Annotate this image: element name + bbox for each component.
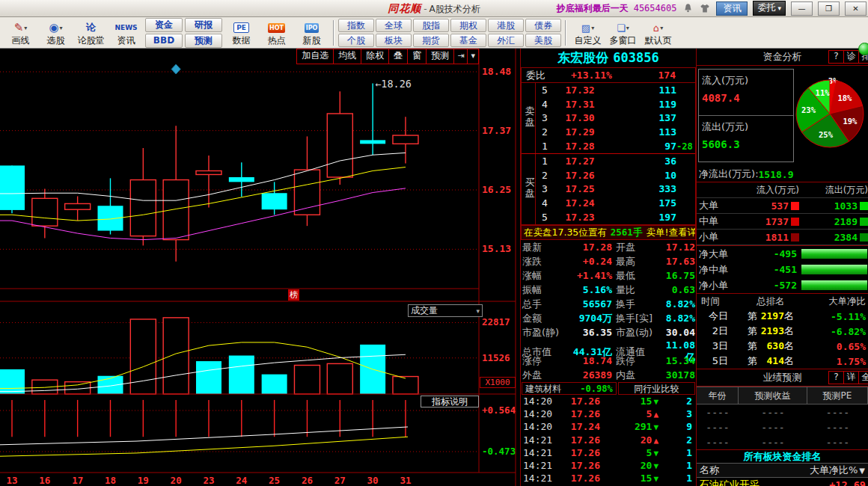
svg-text:15.13: 15.13 [482, 243, 511, 254]
net-order-rows: 净大单-495净中单-451净小单-572 [697, 246, 868, 294]
panel-button[interactable]: 详 [843, 371, 859, 384]
sector-row[interactable]: 石油矿业开采+12.69 [697, 478, 868, 486]
float-ball[interactable] [858, 43, 868, 55]
field-label: 量比 [612, 283, 663, 297]
toolbar-home-button[interactable]: ⌂▾默认页 [641, 19, 676, 46]
market-nav-button[interactable]: 债券 [525, 19, 561, 32]
panel-button[interactable]: ? [828, 371, 844, 384]
indicator-help-button[interactable]: 指标说明 [421, 396, 479, 407]
toolbar-radar-button[interactable]: ◉▾选股 [38, 19, 73, 46]
net-order-bar [801, 249, 867, 259]
volume-indicator-selector[interactable]: 成交量▾ [408, 304, 483, 317]
forecast-col-header: 预测PE [807, 387, 868, 405]
field-value: 5.16% [569, 284, 612, 295]
market-nav-button[interactable]: 股指 [413, 19, 449, 32]
industry-tab[interactable]: 建筑材料 -0.98% [522, 382, 617, 395]
chart-tool-button[interactable]: 加自选 [297, 49, 333, 64]
app-window: 同花顺-A股技术分析 抄底福利最后一天 45654605 资讯 委托▾ — ❐ … [0, 0, 868, 486]
home-icon: ⌂ [653, 22, 659, 34]
forecast-column-headers: 年份预测收益预测PE [697, 387, 868, 405]
down-arrow-icon: ▼ [653, 422, 658, 432]
toolbar-pencil-button[interactable]: ✎▾画线 [3, 19, 38, 46]
weicha-value: 174 [658, 70, 676, 81]
tick-count: 1 [658, 473, 696, 484]
field-label: 涨幅 [522, 269, 569, 283]
toolbar-hot-button[interactable]: HOT热点 [259, 19, 294, 46]
weibi-row: 委比 +13.11% 174 [521, 67, 696, 82]
svg-text:←18.26: ←18.26 [375, 78, 412, 90]
market-nav-button[interactable]: 基金 [450, 34, 486, 47]
market-nav-button[interactable]: 板块 [376, 34, 412, 47]
market-nav-button[interactable]: 全球 [376, 19, 412, 32]
outflow-column-header: 流出(万元) [799, 184, 868, 197]
chart-dropdown-icon[interactable]: ▾ [467, 49, 478, 64]
chart-tool-button[interactable]: 窗 [407, 49, 426, 64]
rank-ratio: -6.82% [806, 326, 867, 337]
market-nav-button[interactable]: 期权 [450, 19, 486, 32]
toolbar-txt-button[interactable]: 论论股堂 [73, 19, 109, 46]
shirt-icon[interactable] [699, 2, 711, 14]
toolbar-ipo-button[interactable]: IPO新股 [294, 19, 329, 46]
sector-sort-column[interactable]: 大单净比%▼ [810, 464, 865, 477]
outflow-amount: 2384 [834, 232, 858, 243]
rank-number: 630 [757, 340, 784, 351]
bell-icon[interactable] [682, 2, 694, 14]
market-nav-button[interactable]: 外汇 [488, 34, 524, 47]
rank-col-rank: 总排名 [736, 295, 806, 308]
toolbar-custom-button[interactable]: ▨▾自定义 [570, 19, 605, 46]
toolbar-pe-button[interactable]: PE数据 [224, 19, 259, 46]
outflow-swatch [860, 233, 868, 242]
forecast-cell: ---- [807, 407, 868, 418]
market-nav-button[interactable]: 美股 [525, 34, 561, 47]
rank-table: 今日第2197名-5.11%2日第2193名-6.82%3日第630名0.65%… [697, 309, 868, 369]
news-button[interactable]: 资讯 [716, 1, 748, 16]
titlebar: 同花顺-A股技术分析 抄底福利最后一天 45654605 资讯 委托▾ — ❐ … [0, 0, 868, 17]
trade-button[interactable]: 委托▾ [753, 1, 786, 16]
chart-tool-button[interactable]: 均线 [333, 49, 361, 64]
close-button[interactable]: ✕ [845, 1, 867, 16]
order-volume: 10 [605, 170, 676, 181]
buy-side-label: 买盘 [525, 176, 535, 199]
order-type-label: 大单 [697, 199, 730, 212]
toolbar-small-button[interactable]: BBD [145, 34, 183, 48]
market-nav-button[interactable]: 指数 [338, 19, 374, 32]
toolbar-small-button[interactable]: 研报 [185, 18, 222, 32]
panel-button[interactable]: 诊 [843, 50, 859, 64]
sector-rank-header: 名称 大单净比%▼ [697, 463, 868, 478]
chart-tool-button[interactable]: 预测 [426, 49, 453, 64]
chart-next-icon[interactable]: ⇥ [453, 49, 467, 64]
quote-field-row: 最新17.28开盘17.12 [521, 240, 696, 254]
panel-button[interactable]: 全 [858, 371, 868, 384]
up-arrow-icon: ▲ [653, 410, 658, 419]
promo-link[interactable]: 抄底福利最后一天 [557, 2, 629, 15]
tick-volume: 5▲ [600, 408, 658, 419]
chart-tool-button[interactable]: 除权 [361, 49, 388, 64]
chart-tool-button[interactable]: 叠 [388, 49, 407, 64]
toolbar-small-button[interactable]: 预测 [185, 34, 222, 48]
sector-name: 石油矿业开采 [699, 479, 760, 486]
panel-button[interactable]: ? [828, 50, 844, 64]
net-flow-value: 1518.9 [759, 169, 794, 180]
trade-button-label: 委托 [757, 2, 775, 13]
toolbar-label: 默认页 [641, 36, 676, 46]
chevron-down-icon: ▾ [591, 25, 594, 31]
order-alert[interactable]: 在卖盘17.35位置有 2561手 卖单!查看详细 [521, 225, 696, 240]
quote-field-row: 外盘26389内盘30178 [521, 368, 696, 382]
market-nav-button[interactable]: 港股 [488, 19, 524, 32]
quote-field-row: 涨幅+1.41%最低16.75 [521, 268, 696, 283]
account-number: 45654605 [634, 3, 677, 13]
toolbar-news-button[interactable]: NEWS资讯 [109, 19, 144, 46]
svg-text:30: 30 [367, 475, 379, 486]
rank-time: 3日 [697, 339, 736, 353]
minimize-button[interactable]: — [791, 1, 813, 16]
forecast-cell: ---- [697, 407, 739, 418]
toolbar-small-button[interactable]: 资金 [145, 18, 183, 32]
bang-tab[interactable]: 榜 [288, 289, 299, 301]
order-price: 17.25 [555, 183, 605, 194]
order-volume: 111 [605, 84, 676, 96]
market-nav-button[interactable]: 个股 [338, 34, 374, 47]
industry-compare-tab[interactable]: 同行业比较 [618, 382, 695, 395]
market-nav-button[interactable]: 期货 [413, 34, 449, 47]
restore-button[interactable]: ❐ [818, 1, 840, 16]
toolbar-multiwin-button[interactable]: ❏▾多窗口 [605, 19, 641, 46]
